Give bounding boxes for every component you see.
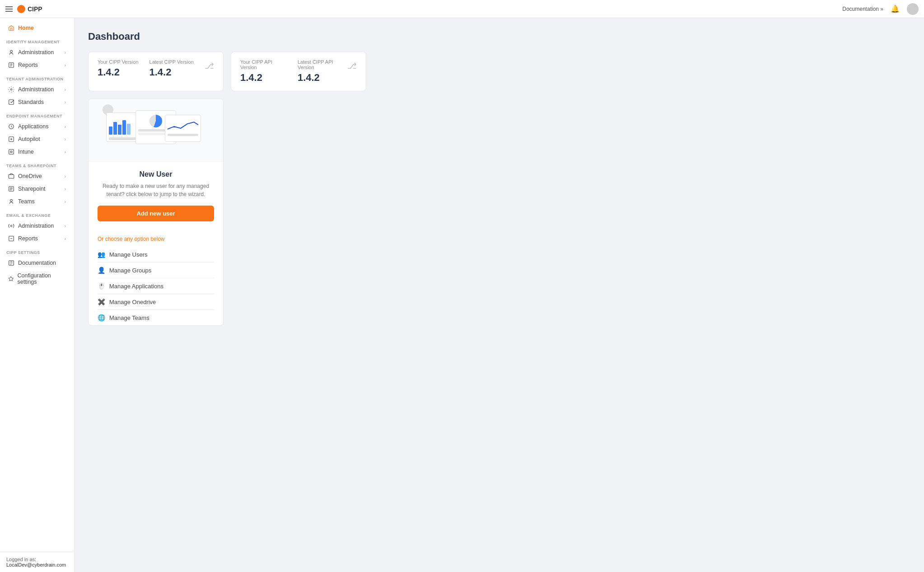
option-manage-applications[interactable]: 🖱️Manage Applications [98, 278, 214, 294]
sidebar-section-label: EMAIL & EXCHANGE [0, 208, 74, 220]
chevron-right-icon: › [65, 187, 66, 192]
sidebar-item-email-reports[interactable]: Reports› [2, 232, 72, 245]
sidebar-item-identity-admin[interactable]: Administration› [2, 46, 72, 59]
sidebar-label-cipp-docs: Documentation [18, 260, 56, 266]
logged-in-label: Logged in as: [6, 557, 68, 562]
sidebar-label-ts-onedrive: OneDrive [18, 173, 42, 179]
new-user-illustration [89, 99, 223, 162]
sidebar-footer: Logged in as: LocalDev@cyberdrain.com [0, 552, 74, 572]
sidebar-label-email-admin: Administration [18, 223, 54, 229]
sidebar-item-endpoint-apps[interactable]: Applications› [2, 120, 72, 133]
sidebar-label-identity-reports: Reports [18, 62, 38, 68]
your-api-label: Your CIPP API Version [240, 59, 287, 70]
options-list: 👥Manage Users👤Manage Groups🖱️Manage Appl… [98, 247, 214, 325]
option-manage-teams[interactable]: 🌐Manage Teams [98, 310, 214, 325]
home-icon [8, 25, 14, 31]
chevron-right-icon: › [65, 63, 66, 68]
your-api-num: 1.4.2 [240, 72, 287, 84]
sidebar-nav: Home IDENTITY MANAGEMENTAdministration›R… [0, 18, 74, 552]
sidebar-section-label: TEAMS & SHAREPOINT [0, 158, 74, 170]
app-name: CIPP [28, 5, 42, 13]
sidebar-item-tenant-admin[interactable]: Administration› [2, 83, 72, 96]
svg-marker-15 [9, 277, 13, 281]
manage-groups-label: Manage Groups [109, 267, 151, 274]
sidebar-label-cipp-config: Configuration settings [17, 272, 66, 285]
manage-applications-label: Manage Applications [109, 283, 163, 290]
manage-teams-label: Manage Teams [109, 314, 149, 321]
sidebar-item-tenant-standards[interactable]: Standards› [2, 96, 72, 108]
your-cipp-num: 1.4.2 [98, 66, 139, 78]
latest-cipp-version: Latest CIPP Version 1.4.2 [149, 59, 194, 78]
logo-area: CIPP [17, 5, 42, 13]
sidebar-label-ts-teams: Teams [18, 198, 35, 205]
mini-line-chart [168, 120, 198, 131]
user-avatar[interactable] [907, 3, 919, 15]
sidebar-item-cipp-docs[interactable]: Documentation [2, 257, 72, 269]
sidebar-label-email-reports: Reports [18, 235, 38, 242]
notification-bell[interactable]: 🔔 [891, 5, 900, 13]
chevron-right-icon: › [65, 199, 66, 204]
sidebar-item-email-admin[interactable]: Administration› [2, 220, 72, 232]
manage-teams-icon: 🌐 [98, 314, 105, 321]
topnav: CIPP Documentation » 🔔 [0, 0, 924, 18]
sidebar-item-identity-reports[interactable]: Reports› [2, 59, 72, 71]
sidebar-label-endpoint-autopilot: Autopilot [18, 136, 40, 142]
latest-cipp-label: Latest CIPP Version [149, 59, 194, 65]
option-manage-onedrive[interactable]: ✖️Manage Onedrive [98, 294, 214, 310]
latest-api-version: Latest CIPP API Version 1.4.2 [298, 59, 347, 84]
chevron-right-icon: › [65, 87, 66, 92]
logo-icon [17, 5, 25, 13]
sidebar-item-cipp-config[interactable]: Configuration settings [2, 269, 72, 288]
page-title: Dashboard [88, 31, 910, 42]
hamburger-menu[interactable] [5, 6, 13, 12]
sidebar-item-home[interactable]: Home [2, 22, 72, 34]
chevron-right-icon: › [65, 100, 66, 105]
sidebar-label-tenant-admin: Administration [18, 86, 54, 93]
your-cipp-version: Your CIPP Version 1.4.2 [98, 59, 139, 78]
git-icon-1: ⎇ [205, 61, 214, 71]
sidebar-label-identity-admin: Administration [18, 49, 54, 56]
sidebar-label-tenant-standards: Standards [18, 99, 44, 105]
user-email: LocalDev@cyberdrain.com [6, 562, 68, 567]
sidebar-item-ts-teams[interactable]: Teams› [2, 195, 72, 208]
sidebar-item-ts-onedrive[interactable]: OneDrive› [2, 170, 72, 183]
chevron-right-icon: › [65, 150, 66, 155]
sidebar-section-label: TENANT ADMINISTRATION [0, 71, 74, 83]
sidebar-sections: IDENTITY MANAGEMENTAdministration›Report… [0, 34, 74, 288]
sidebar-item-endpoint-autopilot[interactable]: Autopilot› [2, 133, 72, 145]
chevron-right-icon: › [65, 124, 66, 129]
sidebar-label-ts-sharepoint: Sharepoint [18, 186, 45, 192]
version-cards-row: Your CIPP Version 1.4.2 Latest CIPP Vers… [88, 52, 910, 91]
add-new-user-button[interactable]: Add new user [98, 206, 214, 221]
chevron-right-icon: › [65, 50, 66, 55]
chevron-right-icon: › [65, 137, 66, 142]
sidebar-section-label: IDENTITY MANAGEMENT [0, 34, 74, 46]
version-card-2: Your CIPP API Version 1.4.2 Latest CIPP … [231, 52, 366, 91]
topnav-right: Documentation » 🔔 [842, 3, 919, 15]
sidebar: Home IDENTITY MANAGEMENTAdministration›R… [0, 18, 75, 572]
home-label: Home [18, 25, 34, 31]
options-section: Or choose any option below 👥Manage Users… [89, 230, 223, 325]
manage-groups-icon: 👤 [98, 267, 105, 274]
svg-rect-5 [9, 100, 14, 105]
chevron-right-icon: › [65, 236, 66, 241]
latest-api-num: 1.4.2 [298, 72, 347, 84]
svg-point-11 [10, 225, 12, 227]
svg-rect-9 [9, 175, 14, 178]
documentation-link[interactable]: Documentation » [842, 6, 883, 12]
sidebar-label-endpoint-intune: Intune [18, 149, 34, 155]
new-user-card: New User Ready to make a new user for an… [88, 98, 224, 326]
new-user-body: New User Ready to make a new user for an… [89, 162, 223, 230]
chevron-right-icon: › [65, 174, 66, 179]
manage-users-label: Manage Users [109, 251, 148, 258]
manage-onedrive-icon: ✖️ [98, 298, 105, 305]
sidebar-label-endpoint-apps: Applications [18, 123, 48, 130]
main-content: Dashboard Your CIPP Version 1.4.2 Latest… [75, 18, 924, 572]
sidebar-item-ts-sharepoint[interactable]: Sharepoint› [2, 183, 72, 195]
options-label: Or choose any option below [98, 236, 214, 242]
new-user-title: New User [98, 170, 214, 178]
option-manage-groups[interactable]: 👤Manage Groups [98, 263, 214, 278]
sidebar-item-endpoint-intune[interactable]: Intune› [2, 145, 72, 158]
option-manage-users[interactable]: 👥Manage Users [98, 247, 214, 263]
manage-users-icon: 👥 [98, 251, 105, 258]
